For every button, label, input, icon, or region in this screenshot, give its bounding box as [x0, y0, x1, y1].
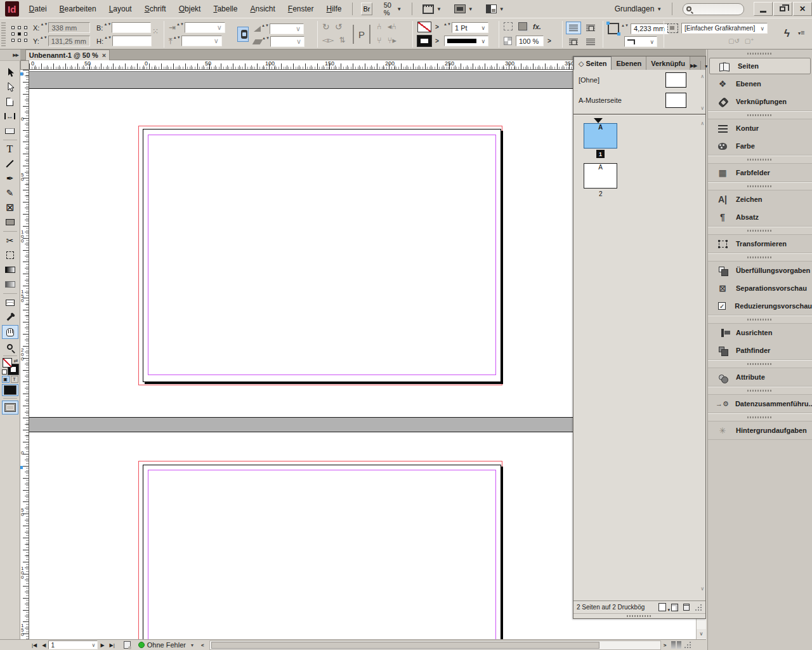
document-tab[interactable]: Unbenannt-1 @ 50 % ×	[25, 50, 110, 60]
gap-tool[interactable]: ↔	[2, 109, 18, 123]
related-files-icon[interactable]	[671, 641, 681, 649]
new-page-button[interactable]	[671, 604, 678, 611]
dock-separator[interactable]	[708, 387, 812, 395]
rotation-dropdown[interactable]: ∨	[270, 23, 304, 34]
horizontal-scrollbar-thumb[interactable]	[211, 642, 599, 649]
panel-resize-strip[interactable]	[573, 613, 705, 618]
flip-horizontal-button[interactable]: ◅▻	[322, 36, 334, 44]
pen-tool[interactable]: ✒	[2, 171, 18, 185]
y-field[interactable]: 131,25 mm	[48, 36, 90, 46]
opacity-field[interactable]: 100 %	[516, 36, 544, 46]
edit-page-size-button[interactable]	[658, 603, 666, 611]
width-stepper[interactable]: ▲▼	[104, 22, 110, 33]
selection-tool[interactable]	[2, 65, 18, 79]
stroke-swatch-black[interactable]	[417, 36, 431, 46]
dock-separator[interactable]	[708, 253, 812, 262]
dock-separator[interactable]	[708, 182, 812, 190]
corner-effect-icon[interactable]	[504, 22, 513, 30]
search-input[interactable]	[683, 3, 744, 15]
stroke-type-dropdown[interactable]: ∨	[444, 36, 488, 46]
note-tool[interactable]	[2, 296, 18, 310]
stroke-weight-dropdown[interactable]: 1 Pt∨	[452, 22, 488, 33]
dock-separator[interactable]	[708, 111, 812, 119]
x-field[interactable]: 338 mm	[48, 22, 90, 33]
fill-swatch-none[interactable]	[417, 22, 431, 32]
stroke-weight-stepper[interactable]: ▲▼	[444, 22, 450, 33]
gradient-tool[interactable]	[2, 263, 18, 277]
arrange-documents-button[interactable]: ▼	[483, 3, 507, 15]
quick-apply-button[interactable]: ϟ	[784, 27, 790, 40]
close-tab-icon[interactable]: ×	[102, 51, 106, 59]
page-number-field[interactable]: 1 ∨	[48, 640, 98, 649]
dock-item-attribute[interactable]: Attribute	[708, 368, 812, 386]
dock-item-verknuepfungen[interactable]: Verknüpfungen	[708, 93, 812, 110]
previous-page-button[interactable]: ◀	[39, 641, 48, 649]
zoom-tool[interactable]	[2, 340, 18, 354]
panel-resize-grip[interactable]	[695, 604, 702, 611]
panel-grip[interactable]	[1, 22, 6, 46]
scroll-right-button[interactable]: >	[661, 641, 669, 649]
free-transform-tool[interactable]	[2, 248, 18, 262]
constrain-scale-button[interactable]	[237, 27, 249, 42]
delete-page-button[interactable]	[683, 604, 690, 611]
master-thumbnail[interactable]	[665, 93, 686, 108]
scissors-tool[interactable]: ✂	[2, 234, 18, 248]
dock-item-ebenen[interactable]: ❖ Ebenen	[708, 75, 812, 93]
break-link-to-style-icon[interactable]: ▢↺	[728, 37, 740, 44]
corner-radius-field[interactable]: 4,233 mm	[631, 23, 669, 34]
preflight-dropdown-icon[interactable]: ▾	[191, 642, 193, 648]
frame-tool[interactable]: ⊠	[2, 201, 18, 215]
dock-item-ausrichten[interactable]: Ausrichten	[708, 324, 812, 342]
rectangle-tool[interactable]	[2, 215, 18, 229]
tab-verknuepfungen[interactable]: Verknüpfu	[646, 56, 690, 70]
menu-bearbeiten[interactable]: Bearbeiten	[53, 1, 103, 17]
master-row-a[interactable]: A-Musterseite	[573, 90, 705, 110]
first-page-button[interactable]: |◀	[29, 641, 39, 649]
dock-item-absatz[interactable]: ¶ Absatz	[708, 208, 812, 226]
tab-seiten[interactable]: ◇ Seiten	[573, 56, 612, 70]
dock-item-pathfinder[interactable]: Pathfinder	[708, 342, 812, 359]
dock-item-zeichen[interactable]: A| Zeichen	[708, 190, 812, 208]
scroll-down-icon[interactable]: ∨	[700, 586, 704, 592]
last-page-button[interactable]: ▶|	[107, 641, 117, 649]
master-row-none[interactable]: [Ohne]	[573, 70, 705, 90]
select-container-tree-button[interactable]: ⑂	[377, 36, 382, 45]
window-resize-grip[interactable]	[684, 641, 691, 649]
corner-radius-stepper[interactable]: ▲▼	[622, 23, 628, 34]
reference-point-proxy[interactable]	[11, 26, 28, 43]
rotation-stepper[interactable]: ▲▼	[262, 23, 268, 34]
master-thumbnail[interactable]	[665, 72, 686, 88]
scale-x-stepper[interactable]: ▲▼	[177, 22, 183, 33]
restore-button[interactable]	[773, 2, 792, 16]
workspace-switcher[interactable]: Grundlagen ▼	[612, 3, 665, 15]
corner-style-dropdown[interactable]: ∨	[624, 36, 657, 47]
page-tool[interactable]	[2, 95, 18, 109]
ruler-origin-box[interactable]	[20, 60, 29, 70]
select-content-button[interactable]: ⑃	[377, 22, 382, 31]
rotate-90-cw-button[interactable]: ↻	[322, 22, 330, 32]
collapse-panel-icon[interactable]: ▶▶	[690, 63, 697, 69]
dock-separator[interactable]	[708, 315, 812, 324]
fill-flyout-arrow[interactable]: >	[435, 23, 439, 30]
clear-overrides-icon[interactable]: ▢⁺	[745, 37, 754, 44]
next-page-button[interactable]: ▶	[98, 641, 107, 649]
shear-stepper[interactable]: ▲▼	[263, 36, 269, 47]
scroll-up-icon[interactable]: ∧	[700, 121, 704, 126]
x-stepper[interactable]: ▲▼	[41, 22, 47, 33]
minimize-button[interactable]	[754, 2, 773, 16]
scale-y-stepper[interactable]: ▲▼	[174, 36, 180, 46]
menu-ansicht[interactable]: Ansicht	[244, 1, 281, 17]
dock-separator[interactable]	[708, 156, 812, 164]
preflight-status-text[interactable]: Ohne Fehler	[147, 641, 186, 649]
page-thumbnail-2[interactable]: A	[584, 163, 617, 189]
flip-vertical-button[interactable]: ⇅	[339, 36, 345, 44]
content-collector-tool[interactable]	[2, 124, 18, 138]
pencil-tool[interactable]: ✎	[2, 186, 18, 200]
menu-tabelle[interactable]: Tabelle	[207, 1, 244, 17]
dock-item-separationsvorschau[interactable]: ⊠ Separationsvorschau	[708, 279, 812, 297]
height-field[interactable]	[112, 36, 152, 46]
y-stepper[interactable]: ▲▼	[41, 36, 47, 46]
select-previous-object-button[interactable]: ◂⑃	[388, 22, 396, 31]
rotate-90-ccw-button[interactable]: ↺	[335, 22, 343, 32]
line-tool[interactable]	[2, 157, 18, 171]
